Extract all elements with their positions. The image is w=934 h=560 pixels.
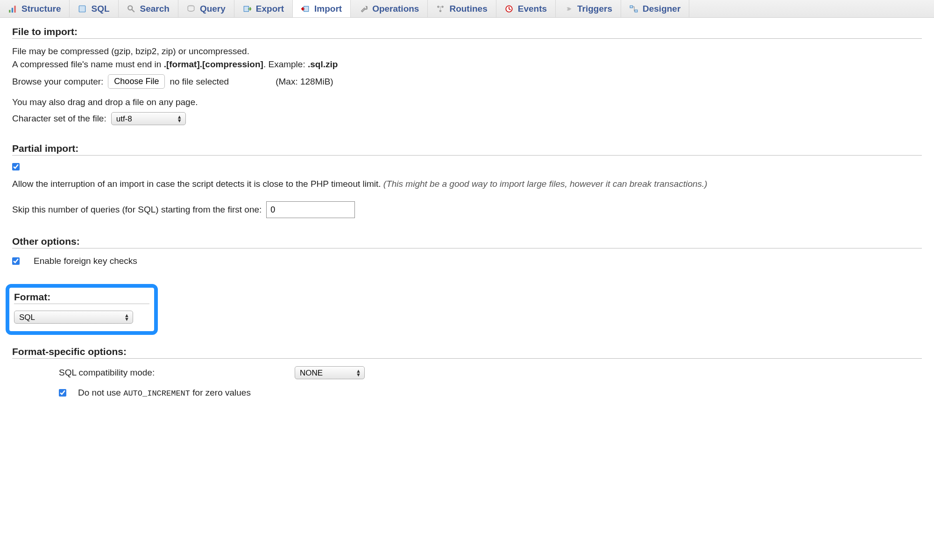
tab-label: Triggers: [577, 4, 612, 14]
format-highlight-box: Format: SQL ▲▼: [6, 284, 158, 335]
svg-rect-1: [12, 7, 13, 12]
file-name-format-note: A compressed file's name must end in .[f…: [12, 59, 922, 70]
query-icon: [187, 5, 195, 13]
operations-icon: [359, 5, 368, 13]
no-autoincrement-label: Do not use AUTO_INCREMENT for zero value…: [78, 388, 251, 398]
import-content: File to import: File may be compressed (…: [0, 18, 934, 424]
tab-label: Events: [518, 4, 547, 14]
tab-events[interactable]: Events: [496, 0, 556, 17]
allow-interruption-checkbox[interactable]: [12, 163, 20, 170]
section-heading-format-specific: Format-specific options:: [12, 346, 922, 359]
tab-label: Export: [256, 4, 284, 14]
choose-file-button[interactable]: Choose File: [108, 74, 165, 89]
foreign-key-label: Enable foreign key checks: [34, 256, 137, 266]
format-select[interactable]: SQL: [14, 311, 133, 324]
svg-rect-13: [630, 6, 633, 8]
tab-import[interactable]: Import: [293, 0, 351, 17]
section-heading-partial: Partial import:: [12, 143, 922, 156]
file-compression-note: File may be compressed (gzip, bzip2, zip…: [12, 46, 922, 57]
svg-rect-8: [304, 6, 309, 11]
tab-designer[interactable]: Designer: [621, 0, 689, 17]
allow-interruption-text: Allow the interruption of an import in c…: [12, 179, 922, 189]
section-heading-file: File to import:: [12, 26, 922, 39]
section-heading-format: Format:: [14, 291, 149, 304]
tab-label: Query: [200, 4, 226, 14]
tab-export[interactable]: Export: [234, 0, 293, 17]
foreign-key-checkbox[interactable]: [12, 257, 20, 265]
events-icon: [505, 5, 513, 13]
section-partial-import: Partial import: Allow the interruption o…: [12, 143, 922, 218]
compat-mode-select[interactable]: NONE: [295, 366, 365, 379]
max-size-label: (Max: 128MiB): [276, 77, 333, 87]
section-heading-other: Other options:: [12, 236, 922, 248]
tab-label: Routines: [449, 4, 487, 14]
tab-label: Operations: [372, 4, 419, 14]
export-icon: [243, 5, 251, 13]
search-icon: [127, 5, 135, 13]
no-autoincrement-checkbox[interactable]: [59, 389, 66, 397]
svg-rect-2: [14, 6, 15, 13]
tab-query[interactable]: Query: [178, 0, 234, 17]
tab-triggers[interactable]: Triggers: [556, 0, 621, 17]
svg-rect-3: [79, 6, 86, 12]
structure-icon: [8, 5, 17, 13]
tab-label: Import: [314, 4, 342, 14]
tab-routines[interactable]: Routines: [428, 0, 496, 17]
tab-label: Designer: [643, 4, 680, 14]
svg-rect-14: [635, 10, 637, 12]
charset-label: Character set of the file:: [12, 113, 106, 124]
triggers-icon: [564, 5, 573, 13]
charset-row: Character set of the file: utf-8 ▲▼: [12, 112, 922, 125]
tab-structure[interactable]: Structure: [0, 0, 70, 17]
sql-icon: [78, 5, 86, 13]
svg-point-4: [128, 6, 132, 10]
compat-mode-label: SQL compatibility mode:: [59, 368, 295, 378]
section-other-options: Other options: Enable foreign key checks: [12, 236, 922, 266]
tab-search[interactable]: Search: [119, 0, 178, 17]
svg-rect-0: [9, 10, 10, 13]
tab-sql[interactable]: SQL: [70, 0, 118, 17]
skip-queries-label: Skip this number of queries (for SQL) st…: [12, 205, 262, 215]
tab-label: Structure: [21, 4, 61, 14]
tabbar-spacer: [689, 0, 934, 17]
tab-bar: Structure SQL Search Query Export Import: [0, 0, 934, 18]
tab-label: SQL: [91, 4, 109, 14]
skip-queries-input[interactable]: [266, 201, 355, 218]
no-file-selected: no file selected: [170, 77, 229, 87]
routines-icon: [436, 5, 445, 13]
browse-row: Browse your computer: Choose File no fil…: [12, 74, 922, 89]
browse-label: Browse your computer:: [12, 77, 103, 87]
dragdrop-note: You may also drag and drop a file on any…: [12, 97, 922, 107]
section-file-to-import: File to import: File may be compressed (…: [12, 26, 922, 125]
section-format-specific: Format-specific options: SQL compatibili…: [12, 346, 922, 398]
svg-rect-7: [244, 6, 248, 11]
svg-line-5: [132, 9, 134, 12]
charset-select[interactable]: utf-8: [111, 112, 186, 125]
designer-icon: [630, 5, 638, 13]
import-icon: [301, 5, 310, 13]
tab-label: Search: [140, 4, 170, 14]
tab-operations[interactable]: Operations: [351, 0, 428, 17]
